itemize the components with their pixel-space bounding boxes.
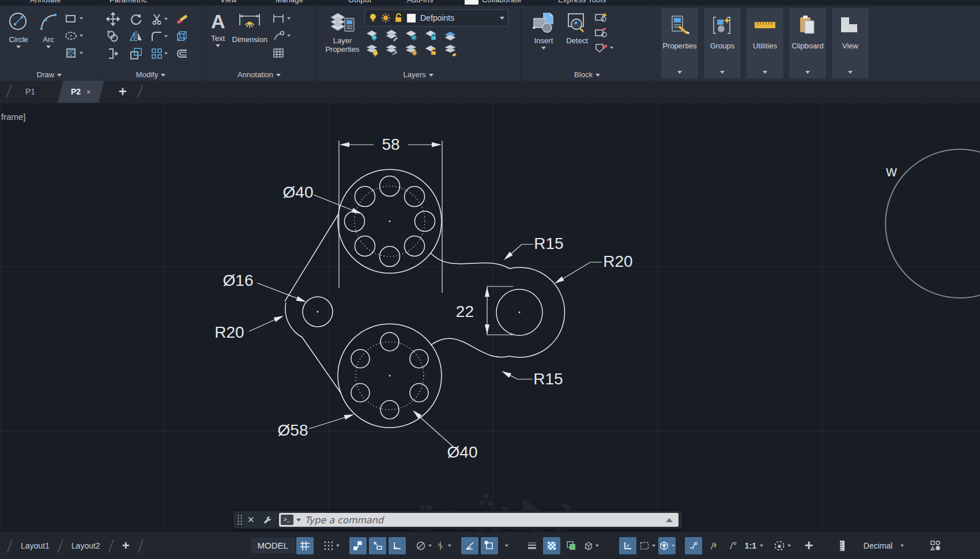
- ribbon-tab-output[interactable]: Output: [348, 0, 371, 4]
- detect-button[interactable]: Detect: [560, 9, 594, 54]
- panel-modify-label[interactable]: Modify: [99, 70, 202, 79]
- layer-match-icon[interactable]: [444, 29, 458, 41]
- ribbon-tab-annotate[interactable]: Annotate: [30, 0, 61, 4]
- annotation-scale-value[interactable]: 1:1: [742, 541, 766, 550]
- arc-button[interactable]: Arc: [33, 9, 63, 60]
- layout2-tab[interactable]: Layout2: [68, 541, 104, 550]
- erase-icon[interactable]: [175, 12, 189, 26]
- chevron-down-icon[interactable]: [164, 52, 168, 55]
- dim-linear-button[interactable]: [271, 12, 291, 25]
- panel-layers-label[interactable]: Layers: [316, 70, 521, 79]
- new-drawing-button[interactable]: +: [112, 81, 134, 103]
- mirror-icon[interactable]: [129, 29, 143, 43]
- isolate-objects-button[interactable]: [927, 537, 944, 554]
- chevron-down-icon[interactable]: [287, 35, 291, 37]
- array-button[interactable]: [150, 47, 168, 60]
- ribbon-tab-manage[interactable]: Manage: [276, 0, 303, 4]
- chevron-down-icon[interactable]: [787, 545, 791, 547]
- ellipse-tool-button[interactable]: [63, 29, 83, 43]
- transparency-button[interactable]: [543, 537, 560, 554]
- chevron-down-icon[interactable]: [80, 35, 83, 37]
- chevron-down-icon[interactable]: [287, 17, 291, 20]
- chevron-down-icon[interactable]: [505, 545, 508, 547]
- scale-icon[interactable]: [129, 47, 143, 61]
- offset-icon[interactable]: [175, 47, 189, 61]
- ucs-icon-button[interactable]: [619, 537, 636, 554]
- ribbon-tab-parametric[interactable]: Parametric: [110, 0, 147, 4]
- explode-icon[interactable]: [175, 29, 189, 43]
- ribbon-tab-collaborate[interactable]: Collaborate: [482, 0, 522, 4]
- layer-dropdown[interactable]: Defpoints: [364, 9, 508, 27]
- annotation-visibility-button[interactable]: [685, 537, 702, 554]
- panel-groups-collapsed[interactable]: Groups: [703, 7, 741, 79]
- isodraft-button[interactable]: [415, 537, 432, 554]
- layer-unlock-icon[interactable]: [394, 13, 403, 23]
- hatch-tool-button[interactable]: [63, 46, 83, 60]
- panel-properties-collapsed[interactable]: Properties: [661, 7, 699, 79]
- layer-walk-icon[interactable]: [444, 44, 458, 56]
- dimension-button[interactable]: Dimension: [229, 9, 271, 60]
- chevron-down-icon[interactable]: [500, 17, 504, 20]
- chevron-down-icon[interactable]: [595, 545, 599, 547]
- new-layout-button[interactable]: +: [119, 538, 133, 553]
- command-bar-grip[interactable]: [237, 514, 243, 526]
- copy-icon[interactable]: [106, 29, 120, 43]
- layer-prev-icon[interactable]: [385, 44, 399, 56]
- chevron-down-icon[interactable]: [164, 18, 168, 20]
- chevron-down-icon[interactable]: [448, 545, 451, 547]
- command-input[interactable]: >_ Type a command: [279, 513, 679, 527]
- rotate-icon[interactable]: [129, 12, 143, 26]
- snap-mode-button[interactable]: [323, 537, 340, 554]
- object-snap-button[interactable]: [481, 537, 498, 554]
- create-block-icon[interactable]: [594, 10, 613, 23]
- multileader-button[interactable]: [271, 29, 291, 43]
- grid-display-button[interactable]: [296, 537, 314, 554]
- layer-current-icon[interactable]: [365, 44, 379, 56]
- trim-button[interactable]: [150, 13, 168, 25]
- layer-color-swatch[interactable]: [407, 14, 416, 22]
- chevron-down-icon[interactable]: [216, 44, 220, 47]
- ribbon-tab-express-tools[interactable]: Express Tools: [558, 0, 606, 4]
- fillet-button[interactable]: [150, 30, 168, 43]
- viewport-controls-button[interactable]: [639, 537, 656, 554]
- layer-lock-icon[interactable]: [424, 29, 438, 41]
- chevron-down-icon[interactable]: [296, 519, 301, 522]
- units-ruler-icon[interactable]: [834, 537, 851, 554]
- ortho-mode-button[interactable]: [389, 537, 406, 554]
- chevron-down-icon[interactable]: [672, 545, 675, 547]
- stretch-icon[interactable]: [106, 47, 120, 61]
- viewcube-button[interactable]: [658, 537, 676, 554]
- panel-block-label[interactable]: Block: [521, 70, 653, 79]
- move-icon[interactable]: [106, 12, 120, 26]
- panel-draw-label[interactable]: Draw: [0, 70, 99, 79]
- infer-constraints-button[interactable]: [349, 537, 367, 554]
- chevron-down-icon[interactable]: [46, 46, 51, 48]
- close-icon[interactable]: ×: [86, 88, 91, 96]
- layer-unlock2-icon[interactable]: [424, 44, 438, 56]
- ribbon-tab-view[interactable]: View: [220, 0, 237, 4]
- dynamic-input-button[interactable]: [369, 537, 386, 554]
- chevron-down-icon[interactable]: [80, 52, 83, 54]
- close-icon[interactable]: ✕: [243, 515, 259, 525]
- chevron-down-icon[interactable]: [80, 17, 83, 20]
- file-tab-p2[interactable]: P2×: [58, 81, 104, 103]
- file-tab-p1[interactable]: P1: [15, 81, 46, 103]
- chevron-down-icon[interactable]: [610, 47, 613, 49]
- panel-utilities-collapsed[interactable]: Utilities: [746, 7, 784, 79]
- polar-tracking-button[interactable]: [461, 537, 478, 554]
- chevron-down-icon[interactable]: [652, 545, 655, 547]
- edit-block-icon[interactable]: [594, 26, 613, 39]
- 3d-osnap-button[interactable]: [582, 537, 600, 554]
- selection-cycling-button[interactable]: [563, 537, 580, 554]
- layer-freeze-icon[interactable]: [405, 29, 419, 41]
- chevron-down-icon[interactable]: [428, 545, 432, 547]
- object-snap-flyout[interactable]: [497, 537, 514, 554]
- workspace-switching-button[interactable]: [774, 537, 791, 554]
- autoscale-button[interactable]: [704, 537, 722, 554]
- wrench-icon[interactable]: [259, 515, 276, 524]
- circle-button[interactable]: Circle: [3, 9, 33, 60]
- command-history-arrow-icon[interactable]: [666, 518, 673, 522]
- layer-properties-button[interactable]: LayerProperties: [321, 9, 364, 56]
- text-button[interactable]: A Text: [208, 9, 229, 60]
- panel-annotation-label[interactable]: Annotation: [203, 70, 315, 79]
